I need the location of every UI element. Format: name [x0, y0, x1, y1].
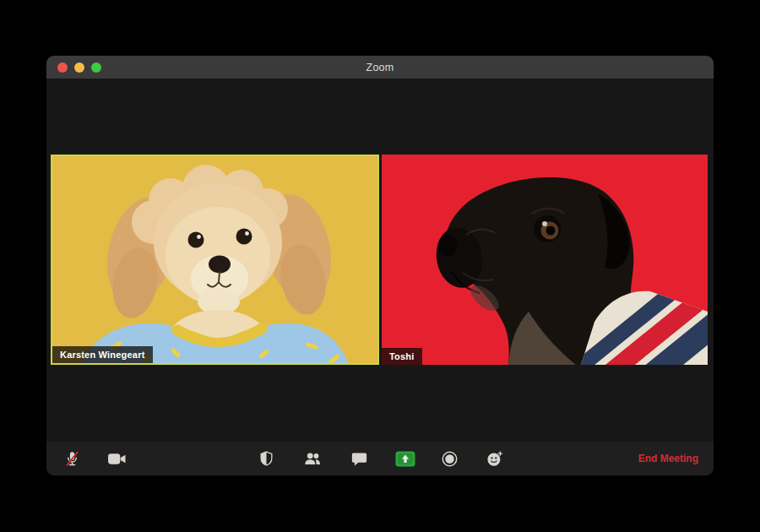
- video-feed-black-pug: [382, 155, 708, 365]
- share-screen-icon: [395, 451, 415, 467]
- minimize-window-button[interactable]: [74, 62, 84, 73]
- mute-button[interactable]: [58, 442, 85, 475]
- participant-name-label: Karsten Winegeart: [52, 346, 153, 363]
- participant-name-label: Toshi: [382, 348, 422, 365]
- titlebar[interactable]: Zoom: [46, 56, 714, 79]
- desktop: Zoom: [0, 0, 760, 532]
- record-button[interactable]: [436, 442, 463, 475]
- chat-bubble-icon: [350, 451, 368, 467]
- chat-button[interactable]: [345, 442, 372, 475]
- shield-icon: [258, 450, 274, 467]
- video-camera-icon: [107, 451, 127, 467]
- window-title: Zoom: [366, 62, 394, 73]
- share-screen-button[interactable]: [392, 442, 419, 475]
- close-window-button[interactable]: [57, 62, 68, 73]
- video-feed-fluffy-puppy: [52, 156, 377, 363]
- window-controls: [57, 56, 101, 79]
- reactions-button[interactable]: [480, 442, 508, 475]
- video-tile-karsten[interactable]: Karsten Winegeart: [51, 155, 379, 365]
- security-button[interactable]: [252, 442, 280, 475]
- video-tile-toshi[interactable]: Toshi: [382, 155, 708, 365]
- microphone-muted-icon: [63, 449, 81, 468]
- zoom-window-button[interactable]: [91, 62, 101, 73]
- end-meeting-button[interactable]: End Meeting: [633, 442, 703, 475]
- participants-button[interactable]: [299, 442, 326, 475]
- participants-icon: [303, 451, 322, 467]
- video-button[interactable]: [103, 442, 130, 475]
- record-icon: [441, 450, 459, 468]
- reactions-smiley-icon: [486, 450, 503, 468]
- meeting-toolbar: End Meeting: [46, 442, 714, 475]
- zoom-app-window: Zoom: [46, 56, 714, 475]
